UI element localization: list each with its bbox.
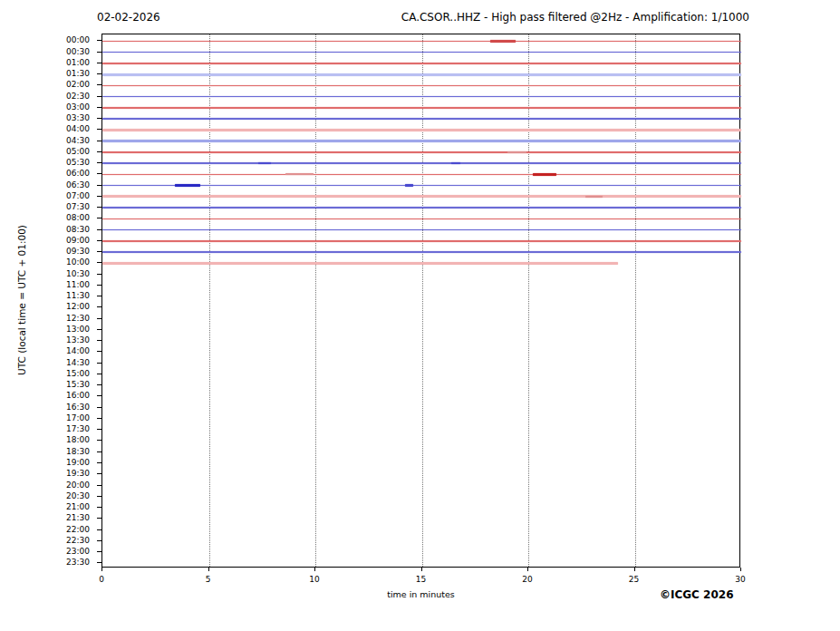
seismic-event-0700-22.7min [585,196,603,198]
y-tick-mark [97,118,101,119]
y-tick-label-1130: 11:30 [0,291,90,300]
y-tick-mark [97,340,101,341]
x-tick-mark [101,568,102,571]
seismogram-trace-0400 [102,129,741,131]
y-tick-label-1900: 19:00 [0,458,90,467]
y-tick-mark [97,518,101,519]
y-tick-mark [97,73,101,74]
y-tick-mark [97,229,101,230]
y-tick-mark [97,485,101,486]
y-tick-label-2130: 21:30 [0,513,90,522]
plot-area [101,34,740,568]
y-tick-mark [97,540,101,541]
seismogram-trace-0000 [102,41,741,43]
seismogram-trace-0430 [102,140,741,141]
y-tick-mark [97,318,101,319]
y-tick-mark [97,207,101,208]
y-tick-mark [97,395,101,396]
y-tick-mark [97,329,101,330]
y-tick-label-1300: 13:00 [0,325,90,334]
y-tick-mark [97,562,101,563]
y-tick-mark [97,418,101,419]
y-tick-label-0130: 01:30 [0,69,90,78]
y-tick-label-0000: 00:00 [0,35,90,44]
y-tick-mark [97,374,101,374]
y-tick-label-1200: 12:00 [0,302,90,311]
y-tick-mark [97,141,101,141]
y-tick-mark [97,351,101,352]
y-tick-mark [97,251,101,252]
y-tick-mark [97,274,101,275]
x-tick-label-0: 0 [88,575,115,584]
y-tick-label-1930: 19:30 [0,469,90,478]
seismogram-trace-0330 [102,118,741,120]
y-tick-label-1830: 18:30 [0,447,90,456]
y-tick-label-1500: 15:00 [0,369,90,378]
gridline-5min [209,34,210,567]
y-tick-label-0730: 07:30 [0,202,90,211]
y-tick-label-0500: 05:00 [0,147,90,156]
seismic-event-0530-16.4min [451,162,459,164]
x-tick-mark [634,568,635,571]
gridline-25min [635,34,636,567]
y-tick-label-0100: 01:00 [0,58,90,67]
y-tick-label-1330: 13:30 [0,335,90,345]
y-tick-label-1400: 14:00 [0,346,90,355]
y-tick-label-0330: 03:30 [0,113,90,122]
y-tick-label-0230: 02:30 [0,92,90,101]
x-axis-label: time in minutes [101,589,740,599]
y-tick-mark [97,162,101,163]
y-tick-label-2200: 22:00 [0,525,90,534]
y-tick-mark [97,473,101,474]
y-tick-mark [97,129,101,130]
y-tick-mark [97,40,101,41]
y-tick-mark [97,196,101,197]
y-tick-mark [97,529,101,530]
plot-title: CA.CSOR..HHZ - High pass filtered @2Hz -… [401,11,749,24]
y-tick-label-0600: 06:00 [0,169,90,178]
y-tick-label-0930: 09:30 [0,247,90,256]
y-tick-mark [97,296,101,296]
seismogram-trace-0300 [102,107,741,109]
x-tick-label-30: 30 [727,575,754,584]
seismogram-trace-0900 [102,240,741,242]
x-tick-label-15: 15 [408,575,435,584]
y-tick-mark [97,407,101,408]
y-tick-label-0530: 05:30 [0,158,90,167]
y-tick-label-1230: 12:30 [0,314,90,323]
seismic-event-0530-7.3min [258,162,271,165]
copyright-text: ©ICGC 2026 [660,588,734,601]
y-tick-mark [97,185,101,186]
y-tick-mark [97,218,101,218]
y-tick-mark [97,451,101,452]
y-tick-mark [97,507,101,508]
y-tick-label-0200: 02:00 [0,80,90,89]
y-tick-mark [97,262,101,263]
y-tick-label-2000: 20:00 [0,481,90,490]
helicorder-figure: 02-02-2026 CA.CSOR..HHZ - High pass filt… [0,0,840,631]
y-tick-mark [97,173,101,174]
y-tick-mark [97,96,101,97]
seismogram-trace-0700 [102,195,741,198]
y-tick-label-2330: 23:30 [0,558,90,567]
y-tick-label-1600: 16:00 [0,391,90,400]
y-tick-label-0630: 06:30 [0,180,90,189]
y-tick-label-1630: 16:30 [0,403,90,412]
x-tick-label-25: 25 [621,575,648,584]
y-tick-mark [97,52,101,53]
seismic-event-0000-18.2min [490,40,516,43]
y-tick-mark [97,440,101,441]
seismogram-trace-0500 [102,151,741,153]
x-tick-mark [208,568,209,571]
y-tick-mark [97,363,101,364]
gridline-15min [422,34,423,567]
y-tick-label-0830: 08:30 [0,225,90,234]
y-tick-mark [97,429,101,430]
x-tick-mark [527,568,528,571]
y-tick-mark [97,107,101,108]
seismogram-trace-0800 [102,218,741,220]
y-tick-mark [97,496,101,497]
y-tick-label-0430: 04:30 [0,136,90,145]
y-tick-label-1730: 17:30 [0,424,90,433]
y-tick-label-1530: 15:30 [0,380,90,389]
